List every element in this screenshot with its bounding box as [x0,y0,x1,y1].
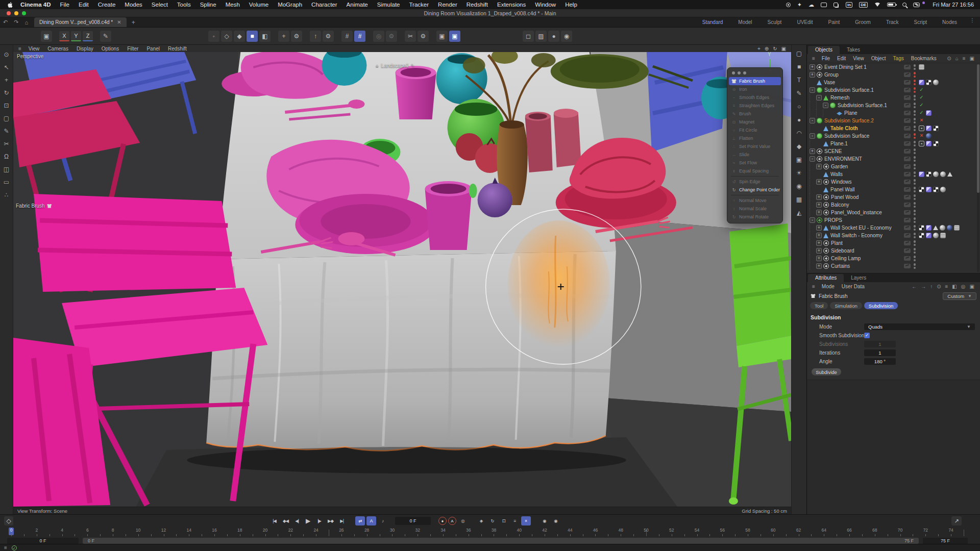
visibility-dot[interactable] [914,126,916,128]
edit-toggle-icon[interactable] [904,72,911,77]
object-row-windows[interactable]: +Windows [807,178,980,186]
edit-toggle-icon[interactable] [904,157,911,161]
layout-tab-standard[interactable]: Standard [695,19,731,25]
knife-tool-icon[interactable]: ✂ [2,139,12,148]
checkbox-smooth-subdivision[interactable]: ✓ [864,333,870,338]
texture-tag-icon[interactable] [926,171,932,177]
texture-tag-icon[interactable] [919,225,924,231]
visibility-dot[interactable] [914,213,916,216]
visibility-dots[interactable] [914,141,916,146]
axis-lock-y[interactable]: Y [71,31,81,41]
expander-icon[interactable]: + [816,256,822,261]
render-to-picture-viewer-icon[interactable]: ▨ [535,31,547,42]
visibility-dot[interactable] [914,225,916,228]
solo-object-button[interactable]: ◉ [540,516,549,525]
expander-icon[interactable]: + [816,225,822,231]
visibility-dots[interactable] [914,103,916,108]
visibility-dot[interactable] [914,252,916,254]
expander-icon[interactable]: - [810,156,815,162]
rotate-tool-icon[interactable]: ↻ [2,88,12,97]
objects-menu-view[interactable]: View [849,56,868,61]
darkmaterial-tag-icon[interactable] [947,225,952,231]
menu-modes[interactable]: Modes [120,2,147,8]
menu-mesh[interactable]: Mesh [221,2,244,8]
expander-icon[interactable]: + [816,179,822,185]
visibility-dot[interactable] [914,144,916,147]
linkedin-icon[interactable]: in [846,2,852,8]
menu-extensions[interactable]: Extensions [493,2,530,8]
edit-toggle-icon[interactable] [904,103,911,108]
play-button[interactable]: ▶ [303,516,313,525]
phong-tag-icon[interactable] [926,233,932,238]
menu-tools[interactable]: Tools [173,2,195,8]
objects-menu-file[interactable]: File [818,56,834,61]
visibility-dot[interactable] [914,263,916,266]
scissors-snap-icon[interactable]: ✂ [405,31,416,42]
object-row-vase[interactable]: Vase [807,79,980,86]
layout-menu-icon[interactable]: ⋮ [965,17,980,27]
zoom-view-icon[interactable]: ⊕ [765,46,769,52]
material-tag-icon[interactable] [933,233,939,238]
layout-tab-sculpt[interactable]: Sculpt [760,19,790,25]
range-slider-end[interactable]: 75 F [904,538,914,543]
objects-menu-object[interactable]: Object [868,56,890,61]
visibility-dots[interactable] [914,133,916,139]
context-item-fabric-brush[interactable]: Fabric Brush [729,77,781,85]
menu-spline[interactable]: Spline [195,2,221,8]
material-tag-icon[interactable] [940,171,946,177]
visibility-dots[interactable] [914,202,916,208]
sound-button[interactable]: ♪ [378,516,387,525]
tab-layers[interactable]: Layers [844,274,873,282]
status-menu-icon[interactable]: ≡ [4,545,7,550]
menu-file[interactable]: File [55,2,74,8]
object-row-table-cloth[interactable]: Table Cloth× [807,124,980,132]
edit-toggle-icon[interactable] [904,95,911,100]
filter-icon[interactable]: ≡ [945,284,948,289]
menu-edit[interactable]: Edit [74,2,93,8]
cube-primitive-icon[interactable]: ■ [794,62,805,71]
visibility-dot[interactable] [914,256,916,258]
visibility-dots[interactable] [914,110,916,116]
popout-icon[interactable]: ▣ [970,56,974,61]
points-mode-icon[interactable]: ◦ [208,31,219,42]
sweep-nurbs-icon[interactable]: ◠ [794,129,805,138]
deformer-icon[interactable]: ◆ [794,142,805,151]
autokey-record-button[interactable]: A [448,517,456,525]
keyboard-layout-icon[interactable]: DE [859,2,868,8]
xtag-tag-icon[interactable]: × [919,141,924,146]
visibility-dot[interactable] [914,229,916,231]
cloud-icon[interactable]: ☁ [808,2,814,8]
close-tab-icon[interactable]: ✕ [117,19,121,25]
xtag-tag-icon[interactable]: × [919,126,924,131]
visibility-dots[interactable] [914,233,916,238]
object-row-garden[interactable]: +Garden [807,163,980,170]
objects-menu-edit[interactable]: Edit [834,56,849,61]
menu-window[interactable]: Window [530,2,560,8]
workplane-lock-icon[interactable]: ▣ [449,31,460,42]
key-scale-button[interactable]: ⊡ [499,516,508,525]
visibility-dot[interactable] [914,87,916,90]
key-position-button[interactable]: ◈ [476,516,486,525]
model-mode-icon[interactable]: ■ [247,31,258,42]
home-icon[interactable]: ⌂ [21,17,31,27]
layout-tab-model[interactable]: Model [730,19,760,25]
edit-toggle-icon[interactable] [904,233,911,238]
loop-button[interactable]: ⇄ [355,516,365,525]
viewport-menu-display[interactable]: Display [72,46,97,52]
menu-redshift[interactable]: Redshift [462,2,493,8]
layout-tab-script[interactable]: Script [906,19,935,25]
visibility-dots[interactable] [914,187,916,192]
visibility-dot[interactable] [914,240,916,243]
edit-toggle-icon[interactable] [904,118,911,123]
subdivide-button[interactable]: Subdivide [812,368,841,375]
visibility-dot[interactable] [914,248,916,251]
visibility-dot[interactable] [914,103,916,105]
render-view-icon[interactable]: ◻ [523,31,534,42]
menu-tracker[interactable]: Tracker [405,2,434,8]
grid-snap-icon[interactable]: # [341,31,353,42]
document-tab[interactable]: Dining Room V...ped_v008.c4d * ✕ [34,17,127,27]
visibility-dot[interactable] [914,83,916,86]
layout-tab-groom[interactable]: Groom [847,19,878,25]
visibility-dots[interactable] [914,240,916,246]
visibility-dot[interactable] [914,129,916,132]
